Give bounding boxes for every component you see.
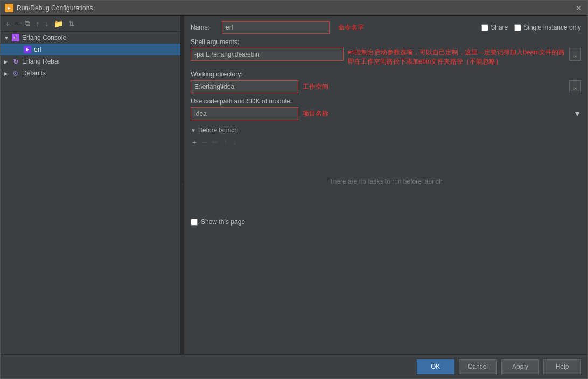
shell-args-row: erl控制台启动参数选项，可以自己定制，这里一定要记得加入beam文件的路 即在… <box>191 48 581 66</box>
apply-button[interactable]: Apply <box>501 359 539 374</box>
main-content: + − ⧉ ↑ ↓ 📁 ⇅ ▼ E Erlang Console ▶ <box>1 16 587 354</box>
before-launch-label: Before launch <box>198 127 238 134</box>
copy-config-button[interactable]: ⧉ <box>23 18 32 29</box>
single-instance-checkbox[interactable] <box>514 24 521 31</box>
dialog-title: Run/Debug Configurations <box>17 4 93 12</box>
single-instance-label[interactable]: Single instance only <box>523 24 581 31</box>
module-label: Use code path and SDK of module: <box>191 97 581 105</box>
before-launch-toolbar: + − ✏ ↑ ↓ <box>191 137 581 147</box>
shell-args-annotation-area: erl控制台启动参数选项，可以自己定制，这里一定要记得加入beam文件的路 即在… <box>348 48 565 66</box>
sidebar-item-defaults[interactable]: ▶ ⚙ Defaults <box>1 67 180 79</box>
move-down-button[interactable]: ↓ <box>43 19 50 29</box>
sidebar-toolbar: + − ⧉ ↑ ↓ 📁 ⇅ <box>1 16 180 32</box>
share-checkbox-row: Share <box>481 24 508 31</box>
defaults-label: Defaults <box>22 69 46 77</box>
rebar-label: Erlang Rebar <box>22 58 60 65</box>
ok-button[interactable]: OK <box>417 359 454 374</box>
shell-args-section: Shell arguments: erl控制台启动参数选项，可以自己定制，这里一… <box>191 38 581 71</box>
shell-args-input-container <box>191 48 344 61</box>
shell-args-annotation-line2: 即在工作空间路径下添加ebin文件夹路径（不能忽略） <box>348 57 565 66</box>
name-row: Name: 命令名字 Share Single instance only <box>191 21 581 34</box>
defaults-icon: ⚙ <box>11 69 20 78</box>
share-label[interactable]: Share <box>491 24 508 31</box>
defaults-expand-arrow: ▶ <box>4 71 9 76</box>
sidebar-item-erl[interactable]: ▶ erl <box>1 44 180 55</box>
before-launch-empty-text: There are no tasks to run before launch <box>329 178 442 185</box>
close-button[interactable]: ✕ <box>575 4 583 12</box>
help-button[interactable]: Help <box>543 359 581 374</box>
move-up-button[interactable]: ↑ <box>34 19 41 29</box>
erlang-console-icon: E <box>11 33 20 42</box>
title-bar-left: ► Run/Debug Configurations <box>5 4 93 12</box>
erl-label: erl <box>34 46 41 53</box>
show-page-row: Show this page <box>191 218 581 226</box>
share-checkbox[interactable] <box>481 24 488 31</box>
working-dir-row: 工作空间 … <box>191 80 581 93</box>
working-dir-section: Working directory: 工作空间 … <box>191 71 581 97</box>
name-annotation: 命令名字 <box>338 23 364 32</box>
bl-remove-button[interactable]: − <box>200 137 208 147</box>
shell-args-annotation-line1: erl控制台启动参数选项，可以自己定制，这里一定要记得加入beam文件的路 <box>348 48 565 57</box>
before-launch-header[interactable]: ▼ Before launch <box>191 127 581 134</box>
show-page-label[interactable]: Show this page <box>201 218 245 226</box>
name-input[interactable] <box>222 21 330 34</box>
module-section: Use code path and SDK of module: idea 项目… <box>191 97 581 124</box>
bl-edit-button[interactable]: ✏ <box>210 137 220 147</box>
module-row: idea 项目名称 ▼ <box>191 107 581 120</box>
sidebar: + − ⧉ ↑ ↓ 📁 ⇅ ▼ E Erlang Console ▶ <box>1 16 181 354</box>
working-dir-label: Working directory: <box>191 71 581 78</box>
shell-args-input[interactable] <box>191 48 344 61</box>
module-dropdown-icon[interactable]: ▼ <box>573 109 581 118</box>
before-launch-section: ▼ Before launch + − ✏ ↑ ↓ There are no t… <box>191 127 581 214</box>
name-label: Name: <box>191 24 218 31</box>
sidebar-item-erlang-rebar[interactable]: ▶ ↻ Erlang Rebar <box>1 55 180 67</box>
bottom-bar: OK Cancel Apply Help <box>1 354 587 378</box>
add-config-button[interactable]: + <box>4 19 11 29</box>
remove-config-button[interactable]: − <box>13 19 21 29</box>
dialog-icon-text: ► <box>7 5 12 11</box>
name-row-left: Name: 命令名字 <box>191 21 481 34</box>
title-bar: ► Run/Debug Configurations ✕ <box>1 1 587 16</box>
before-launch-arrow: ▼ <box>191 128 196 134</box>
before-launch-area: There are no tasks to run before launch <box>191 149 581 214</box>
shell-args-browse-button[interactable]: … <box>569 48 581 61</box>
sidebar-item-erlang-console[interactable]: ▼ E Erlang Console <box>1 32 180 44</box>
shell-args-label: Shell arguments: <box>191 38 581 46</box>
rebar-icon: ↻ <box>11 57 20 66</box>
working-dir-annotation: 工作空间 <box>303 82 328 92</box>
run-debug-dialog: ► Run/Debug Configurations ✕ + − ⧉ ↑ ↓ 📁… <box>0 0 588 379</box>
working-dir-input[interactable] <box>191 80 298 93</box>
single-instance-checkbox-row: Single instance only <box>514 24 581 31</box>
bl-add-button[interactable]: + <box>191 137 198 147</box>
cancel-button[interactable]: Cancel <box>459 359 497 374</box>
folder-button[interactable]: 📁 <box>52 19 65 29</box>
show-page-checkbox[interactable] <box>191 219 198 226</box>
bl-down-button[interactable]: ↓ <box>231 137 238 147</box>
expand-arrow: ▼ <box>4 35 9 41</box>
dialog-icon: ► <box>5 4 13 12</box>
erlang-console-label: Erlang Console <box>22 34 66 41</box>
bl-up-button[interactable]: ↑ <box>222 137 229 147</box>
module-annotation: 项目名称 <box>303 109 328 118</box>
module-value: idea <box>194 110 207 117</box>
module-select[interactable]: idea <box>191 107 298 120</box>
right-panel: Name: 命令名字 Share Single instance only <box>184 16 587 354</box>
working-dir-browse-button[interactable]: … <box>569 80 581 93</box>
name-row-right: Share Single instance only <box>481 24 581 31</box>
rebar-expand-arrow: ▶ <box>4 59 9 65</box>
sort-button[interactable]: ⇅ <box>67 19 76 29</box>
erl-file-icon: ▶ <box>23 45 32 54</box>
